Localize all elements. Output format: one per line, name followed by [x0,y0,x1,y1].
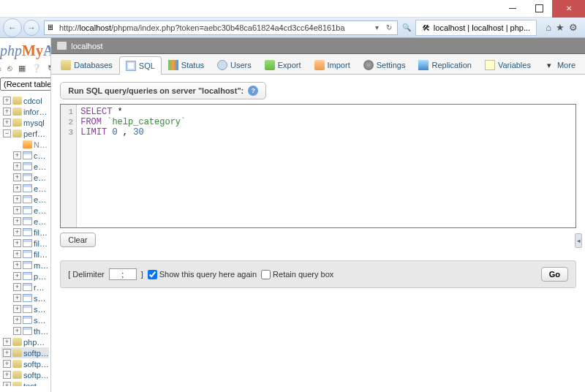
tree-expander[interactable]: + [13,173,21,181]
tree-table-item[interactable]: +setup_consumers [12,293,49,304]
search-icon[interactable]: 🔍 [401,23,412,31]
tree-expander[interactable]: − [3,129,11,137]
retain-checkbox-label[interactable]: Retain query box [261,270,333,279]
import-icon [314,60,325,70]
address-bar[interactable]: 🗏 http://localhost/phpma/index.php?token… [44,20,398,35]
recent-tables-select[interactable]: (Recent tables) ... [0,78,51,91]
tab-variables[interactable]: Variables [478,56,537,74]
editor-code[interactable]: SELECT * FROM `help_category` LIMIT 0 , … [77,105,189,227]
tree-table-item[interactable]: +mutex_instances [12,260,49,271]
tree-table-item[interactable]: +performance_timers [12,271,49,282]
browser-forward-button[interactable]: → [23,20,39,36]
tree-expander[interactable]: + [3,371,11,379]
refresh-icon[interactable]: ↻ [383,23,395,31]
tree-expander[interactable]: + [13,239,21,247]
docs-icon[interactable]: ❔ [31,64,42,73]
tree-database-item[interactable]: +cdcol [1,95,49,106]
tree-database-item[interactable]: +softpediadb [1,358,49,369]
tree-expander[interactable]: + [3,97,11,105]
clear-button[interactable]: Clear [60,233,95,247]
tree-expander[interactable]: + [3,382,11,386]
window-close-button[interactable]: ✕ [552,0,585,18]
tree-database-item[interactable]: +phpmyadmin [1,336,49,347]
tree-table-item[interactable]: +setup_instruments [12,304,49,314]
tree-table-item[interactable]: +events_waits_current [12,161,49,172]
tbl-icon [23,151,32,159]
tree-expander[interactable]: + [13,327,21,335]
tree-new-item[interactable]: New [12,139,49,150]
tree-expander[interactable]: + [13,261,21,269]
db-icon [12,118,22,127]
tree-table-item[interactable]: +events_waits_summary_by_ [12,194,49,205]
delimiter-input[interactable] [109,268,137,280]
home-icon[interactable]: ⌂ [546,22,551,33]
tree-expander[interactable]: + [13,206,21,214]
show-again-checkbox[interactable] [148,270,157,279]
tree-expander[interactable]: + [13,195,21,203]
tab-databases[interactable]: Databases [54,56,119,74]
sql-editor[interactable]: 1 2 3 SELECT * FROM `help_category` LIMI… [60,104,576,228]
breadcrumb-server[interactable]: localhost [71,42,102,50]
window-minimize-button[interactable] [499,0,526,18]
query-window-icon[interactable]: ▦ [18,64,26,73]
tree-expander[interactable]: + [13,272,21,280]
tree-expander[interactable]: + [13,217,21,225]
help-icon[interactable]: ? [248,86,258,96]
favorites-icon[interactable]: ★ [556,22,565,33]
tree-table-item[interactable]: +setup_timers [12,314,49,325]
tree-database-item[interactable]: +softpediatest [1,369,49,380]
tree-expander[interactable]: + [3,349,11,357]
tree-expander[interactable]: + [13,305,21,313]
gear-icon[interactable]: ⚙ [569,22,578,33]
tree-expander[interactable]: + [13,283,21,291]
tree-table-item[interactable]: +events_waits_history [12,172,49,183]
tree-database-item[interactable]: +softpedia [1,347,49,358]
tab-more[interactable]: More [537,56,582,74]
show-again-checkbox-label[interactable]: Show this query here again [148,270,257,279]
tree-expander[interactable]: + [3,360,11,368]
tree-expander[interactable]: + [13,294,21,302]
tree-database-item[interactable]: −performance_schema [1,128,49,139]
tab-sql[interactable]: SQL [119,56,162,75]
tree-table-item[interactable]: +rwlock_instances [12,282,49,293]
tab-import[interactable]: Import [308,56,357,74]
browser-back-button[interactable]: ← [3,18,22,37]
logout-icon[interactable]: ⎋ [7,64,12,73]
collapse-panel-handle[interactable]: ◂ [575,233,582,248]
tree-table-item[interactable]: +file_instances [12,227,49,238]
tree-table-item[interactable]: +events_waits_summary_by_ [12,205,49,216]
tree-expander[interactable]: + [13,184,21,192]
tab-status[interactable]: Status [162,56,211,74]
tree-table-item[interactable]: +events_waits_summary_glob [12,216,49,227]
tree-expander[interactable]: + [13,151,21,159]
tree-table-item[interactable]: +cond_instances [12,150,49,161]
tree-table-item[interactable]: +file_summary_by_instance [12,249,49,260]
go-button[interactable]: Go [541,267,568,282]
logo[interactable]: phpMyAdmin [0,38,50,62]
tab-replication[interactable]: Replication [412,56,478,74]
addr-dropdown-icon[interactable]: ▾ [371,23,383,31]
tree-database-item[interactable]: +test [1,380,49,386]
browser-tab[interactable]: 🛠 localhost | localhost | php... [415,20,537,36]
tree-expander[interactable]: + [3,118,11,127]
db-icon [12,360,22,368]
tree-expander[interactable]: + [3,108,11,116]
tab-users[interactable]: Users [211,56,258,74]
home-small-icon[interactable]: ⌂ [0,64,1,73]
tree-expander[interactable]: + [13,228,21,236]
tab-export[interactable]: Export [258,56,308,74]
tree-database-item[interactable]: +mysql [1,117,49,128]
tree-expander[interactable]: + [13,162,21,170]
tree-table-item[interactable]: +threads [12,325,49,336]
tree-table-item[interactable]: +file_summary_by_event_nam [12,238,49,249]
tree-expander[interactable]: + [13,316,21,324]
tbl-icon [23,239,32,247]
tree-database-item[interactable]: +information_schema [1,106,49,117]
tree-table-item[interactable]: +events_waits_history_long [12,183,49,194]
tab-settings[interactable]: Settings [357,56,412,74]
tree-expander[interactable]: + [3,338,11,346]
tree-expander[interactable]: + [13,250,21,258]
db-icon [12,108,22,116]
window-maximize-button[interactable] [526,0,552,18]
retain-checkbox[interactable] [261,270,271,279]
